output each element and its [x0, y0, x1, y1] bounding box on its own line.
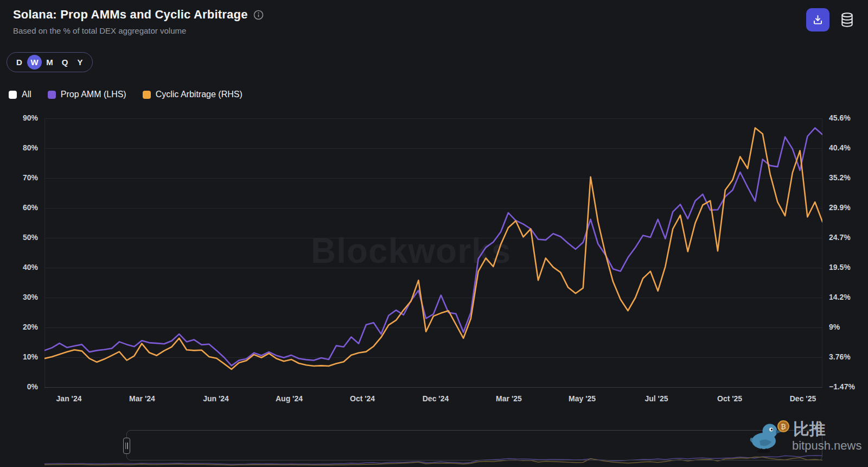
period-option-w[interactable]: W: [27, 55, 42, 70]
chart-card: Solana: Prop AMMs and Cyclic Arbitrage B…: [0, 0, 868, 467]
legend-item-2[interactable]: Cyclic Arbitrage (RHS): [143, 90, 242, 99]
legend-swatch: [9, 91, 17, 99]
x-axis-tick-label: Jul '25: [644, 394, 668, 403]
x-axis-tick-label: Mar '24: [129, 394, 155, 403]
x-axis-tick-label: Dec '25: [790, 394, 816, 403]
chart-subtitle: Based on the % of total DEX aggregator v…: [13, 26, 186, 35]
axis-tick-label: 60%: [7, 203, 38, 212]
legend-item-0[interactable]: All: [9, 90, 31, 99]
axis-tick-label: 14.2%: [829, 293, 868, 301]
legend-swatch: [143, 91, 151, 99]
plot-area[interactable]: [44, 118, 822, 388]
axis-tick-label: 30%: [7, 293, 38, 301]
bird-logo-icon: [750, 424, 782, 453]
download-button[interactable]: [806, 8, 829, 31]
info-icon[interactable]: [253, 10, 264, 20]
period-option-y[interactable]: Y: [73, 55, 87, 70]
axis-tick-label: 24.7%: [829, 233, 868, 242]
period-option-d[interactable]: D: [12, 55, 27, 70]
x-axis-tick-label: Mar '25: [496, 394, 522, 403]
legend-item-1[interactable]: Prop AMM (LHS): [48, 90, 126, 99]
period-option-m[interactable]: M: [42, 55, 57, 70]
x-axis-tick-label: Dec '24: [423, 394, 449, 403]
download-icon: [812, 14, 824, 26]
chart-legend: AllProp AMM (LHS)Cyclic Arbitrage (RHS): [9, 90, 242, 99]
legend-swatch: [48, 91, 56, 99]
navigator-handle[interactable]: [123, 438, 130, 454]
axis-tick-label: 0%: [7, 382, 38, 391]
legend-label: Prop AMM (LHS): [61, 90, 126, 99]
x-axis-tick-label: Aug '24: [276, 394, 303, 403]
axis-tick-label: 9%: [829, 323, 868, 331]
axis-tick-label: 19.5%: [829, 263, 868, 272]
axis-tick-label: 29.9%: [829, 203, 868, 212]
axis-tick-label: 40.4%: [829, 143, 868, 152]
axis-tick-label: 50%: [7, 233, 38, 242]
x-axis-tick-label: Oct '24: [350, 394, 375, 403]
title-text: Solana: Prop AMMs and Cyclic Arbitrage: [13, 8, 248, 22]
axis-tick-label: −1.47%: [829, 382, 868, 391]
period-selector: DWMQY: [7, 52, 93, 72]
bitpush-cjk: 比推: [793, 419, 826, 438]
legend-label: Cyclic Arbitrage (RHS): [156, 90, 242, 99]
database-icon: [840, 12, 854, 28]
axis-tick-label: 20%: [7, 323, 38, 331]
coin-symbol: ₿: [781, 423, 786, 431]
axis-tick-label: 90%: [7, 113, 38, 122]
x-axis-tick-label: Oct '25: [717, 394, 742, 403]
axis-tick-label: 40%: [7, 263, 38, 272]
axis-tick-label: 10%: [7, 352, 38, 361]
axis-tick-label: 70%: [7, 173, 38, 182]
legend-label: All: [22, 90, 31, 99]
bitpush-site: bitpush.news: [792, 439, 861, 452]
axis-tick-label: 80%: [7, 143, 38, 152]
bitpush-watermark: ₿ 比推 bitpush.news: [748, 417, 864, 462]
data-source-button[interactable]: [839, 11, 856, 28]
axis-tick-label: 45.6%: [829, 113, 868, 122]
page-title: Solana: Prop AMMs and Cyclic Arbitrage: [13, 8, 264, 22]
navigator-selection[interactable]: [126, 430, 822, 460]
bitcoin-coin-icon: ₿: [778, 421, 789, 432]
x-axis-tick-label: Jun '24: [203, 394, 229, 403]
axis-tick-label: 35.2%: [829, 173, 868, 182]
x-axis-tick-label: Jan '24: [56, 394, 82, 403]
period-option-q[interactable]: Q: [58, 55, 72, 70]
axis-tick-label: 3.76%: [829, 352, 868, 361]
x-axis-tick-label: May '25: [569, 394, 596, 403]
